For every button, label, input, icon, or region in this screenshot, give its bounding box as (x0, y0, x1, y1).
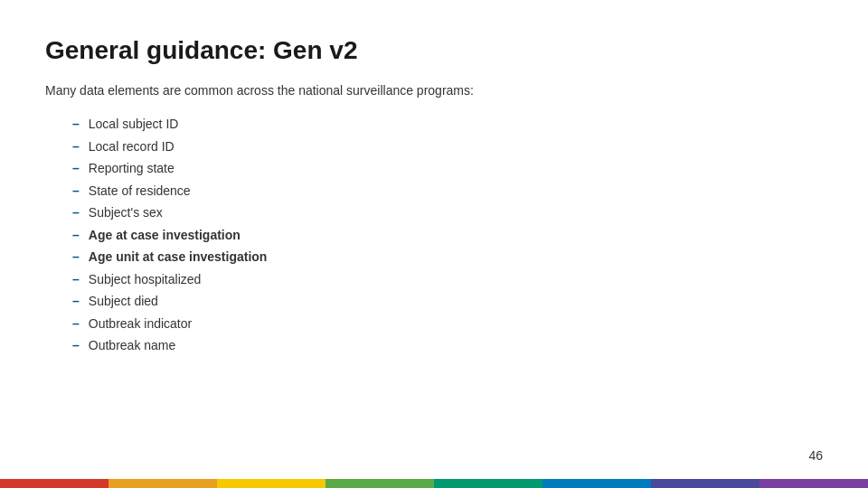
list-item: –Subject's sex (72, 202, 823, 224)
list-item: –State of residence (72, 180, 823, 202)
list-item: –Local subject ID (72, 113, 823, 136)
color-bar-segment (760, 479, 868, 488)
list-item-text: Local record ID (89, 136, 175, 158)
page-title: General guidance: Gen v2 (45, 36, 823, 65)
color-bar-segment (326, 479, 434, 488)
list-item: –Outbreak name (72, 334, 823, 357)
list-item-text: Outbreak indicator (89, 313, 192, 335)
list-dash: – (72, 268, 80, 291)
slide-container: General guidance: Gen v2 Many data eleme… (0, 0, 868, 488)
list-item-text: State of residence (89, 180, 191, 202)
list-dash: – (72, 334, 80, 357)
list-item: –Age at case investigation (72, 224, 823, 247)
color-bar-segment (217, 479, 326, 488)
list-dash: – (72, 313, 80, 335)
color-bar-segment (651, 479, 760, 488)
list-item-text: Subject died (89, 290, 158, 313)
bottom-color-bar (0, 479, 868, 488)
page-number: 46 (808, 448, 823, 463)
list-dash: – (72, 157, 80, 180)
list-item-text: Outbreak name (89, 334, 176, 357)
list-item: –Subject died (72, 290, 823, 313)
list-item: –Reporting state (72, 157, 823, 180)
list-item: –Local record ID (72, 136, 823, 158)
list-dash: – (72, 290, 80, 313)
list-dash: – (72, 113, 80, 136)
list-item-text: Age at case investigation (89, 224, 241, 247)
list-item-text: Subject hospitalized (89, 268, 202, 291)
list-dash: – (72, 136, 80, 158)
list-dash: – (72, 246, 80, 268)
list-item: –Age unit at case investigation (72, 246, 823, 268)
color-bar-segment (0, 479, 108, 488)
list-item-text: Reporting state (89, 157, 175, 180)
bullet-list: –Local subject ID–Local record ID–Report… (72, 113, 823, 357)
list-item-text: Age unit at case investigation (89, 246, 268, 268)
list-item: –Outbreak indicator (72, 313, 823, 335)
list-item: –Subject hospitalized (72, 268, 823, 291)
color-bar-segment (434, 479, 542, 488)
color-bar-segment (542, 479, 651, 488)
color-bar-segment (108, 479, 217, 488)
list-item-text: Local subject ID (89, 113, 179, 136)
list-dash: – (72, 180, 80, 202)
list-dash: – (72, 224, 80, 247)
list-dash: – (72, 202, 80, 224)
subtitle: Many data elements are common across the… (45, 81, 823, 100)
list-item-text: Subject's sex (89, 202, 163, 224)
